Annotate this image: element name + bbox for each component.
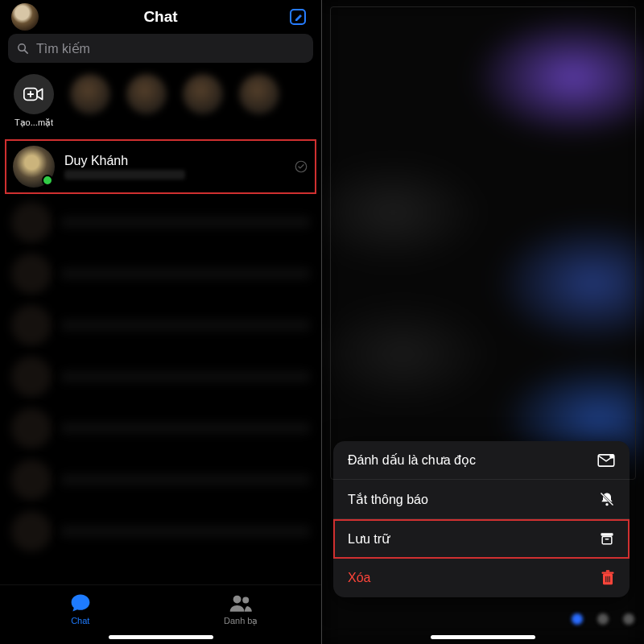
home-indicator[interactable] [431,635,535,639]
svg-point-8 [242,597,249,603]
search-icon [16,42,30,56]
story-item[interactable] [68,74,113,114]
header-bar: Chat [0,0,321,34]
stories-row: Tạo...mặt [0,69,321,136]
chat-preview [64,170,185,180]
story-item[interactable] [180,74,225,114]
video-plus-icon [23,86,44,102]
mail-unread-icon [597,454,615,467]
create-room-label: Tạo...mặt [14,118,53,128]
chat-avatar[interactable] [13,146,55,188]
chat-item[interactable] [0,197,321,247]
home-indicator[interactable] [109,635,213,639]
preview-frame [330,6,636,480]
tab-contacts[interactable]: Danh bạ [192,592,289,626]
chat-name: Duy Khánh [64,154,284,168]
archive-icon [599,530,615,547]
story-item[interactable] [124,74,169,114]
svg-rect-14 [601,533,613,535]
menu-mute-label: Tắt thông báo [348,492,428,507]
presence-indicator [42,175,53,186]
story-item[interactable] [237,74,282,114]
context-menu: Đánh dấu là chưa đọc Tắt thông báo Lưu t… [333,441,630,597]
tab-chat[interactable]: Chat [32,592,129,625]
svg-rect-19 [606,570,610,572]
chat-bubble-icon [68,592,93,614]
chat-list: Duy Khánh [0,139,321,622]
search-input[interactable]: Tìm kiếm [8,34,313,63]
menu-mark-unread[interactable]: Đánh dấu là chưa đọc [333,441,630,480]
menu-mark-unread-label: Đánh dấu là chưa đọc [348,452,476,468]
svg-rect-15 [602,537,612,544]
chat-item[interactable] [0,506,321,556]
trash-icon [601,570,615,586]
chat-list-screen: Chat Tìm kiếm [0,0,322,644]
menu-archive[interactable]: Lưu trữ [333,519,630,559]
people-icon [228,592,254,614]
search-placeholder: Tìm kiếm [36,41,90,56]
chat-item[interactable] [0,249,321,299]
menu-delete[interactable]: Xóa [333,559,630,597]
svg-point-10 [609,454,614,459]
svg-point-1 [19,43,25,51]
chat-item[interactable] [0,403,321,453]
create-room-button[interactable]: Tạo...mặt [11,74,56,128]
chat-item[interactable] [0,352,321,402]
tab-chat-label: Chat [71,616,89,625]
tab-contacts-label: Danh bạ [224,616,258,626]
context-menu-screen: Đánh dấu là chưa đọc Tắt thông báo Lưu t… [322,0,644,644]
menu-delete-label: Xóa [348,571,370,585]
blurred-nav-icons [572,613,634,625]
delivered-icon [294,159,308,174]
svg-rect-18 [602,572,614,574]
svg-point-7 [233,596,242,604]
menu-archive-label: Lưu trữ [348,531,390,547]
chat-item[interactable] [0,455,321,505]
svg-line-2 [25,50,28,53]
menu-mute[interactable]: Tắt thông báo [333,480,630,519]
chat-item[interactable] [0,300,321,350]
tab-bar: Chat Danh bạ [0,584,321,644]
svg-point-11 [605,503,608,506]
page-title: Chat [0,8,321,26]
chat-item-highlighted[interactable]: Duy Khánh [5,139,316,194]
bell-off-icon [599,491,615,507]
